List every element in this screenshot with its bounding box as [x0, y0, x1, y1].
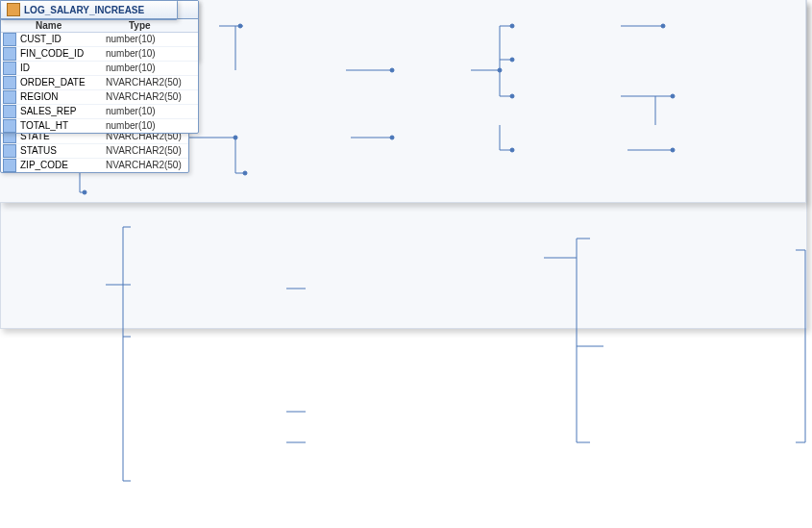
- procedure-icon: [7, 3, 20, 16]
- column-icon: [3, 159, 16, 172]
- column-icon: [3, 62, 16, 75]
- column-icon: [3, 105, 16, 118]
- table-row: ZIP_CODENVARCHAR2(50): [1, 158, 188, 172]
- table-row: REGIONNVARCHAR2(50): [1, 89, 198, 104]
- log-salary-increase-table[interactable]: LOG_SALARY_INCREASE: [0, 0, 178, 20]
- column-icon: [3, 33, 16, 46]
- table-row: STATUSNVARCHAR2(50): [1, 143, 188, 158]
- table-row: TOTAL_HTnumber(10): [1, 118, 198, 133]
- table-row: IDnumber(10): [1, 61, 198, 75]
- column-icon: [3, 90, 16, 104]
- table-row: FIN_CODE_IDnumber(10): [1, 46, 198, 61]
- column-icon: [3, 119, 16, 133]
- column-icon: [3, 76, 16, 89]
- column-icon: [3, 47, 16, 61]
- table-row: SALES_REPnumber(10): [1, 104, 198, 118]
- column-icon: [3, 144, 16, 158]
- table-row: CUST_IDnumber(10): [1, 33, 198, 46]
- table-row: ORDER_DATENVARCHAR2(50): [1, 75, 198, 89]
